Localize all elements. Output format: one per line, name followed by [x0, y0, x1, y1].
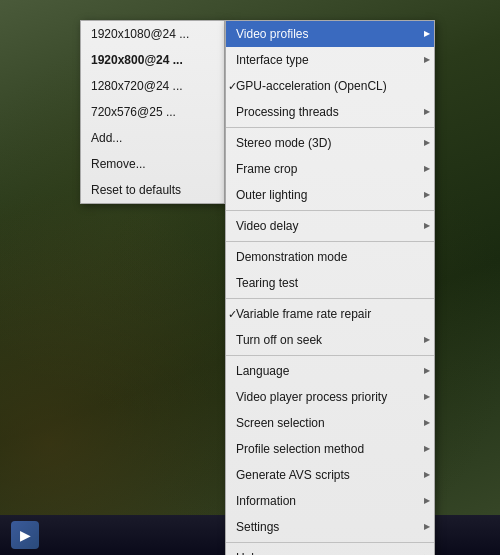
left-menu-item-profile-1920-800[interactable]: 1920x800@24 ... [81, 47, 224, 73]
menu-separator [226, 542, 434, 543]
taskbar-icon-media[interactable]: ▶ [11, 521, 39, 549]
right-menu-item-help[interactable]: Help [226, 545, 434, 555]
right-menu-item-processing-threads[interactable]: Processing threads [226, 99, 434, 125]
right-menu-item-stereo-mode[interactable]: Stereo mode (3D) [226, 130, 434, 156]
right-main-menu: Video profilesInterface typeGPU-accelera… [225, 20, 435, 555]
right-menu-item-screen-selection[interactable]: Screen selection [226, 410, 434, 436]
right-menu-item-frame-crop[interactable]: Frame crop [226, 156, 434, 182]
right-menu-item-interface-type[interactable]: Interface type [226, 47, 434, 73]
left-menu-item-profile-720-576[interactable]: 720x576@25 ... [81, 99, 224, 125]
right-menu-item-video-delay[interactable]: Video delay [226, 213, 434, 239]
right-menu-item-variable-frame-rate[interactable]: Variable frame rate repair [226, 301, 434, 327]
left-submenu-profiles: 1920x1080@24 ...1920x800@24 ...1280x720@… [80, 20, 225, 204]
left-menu-item-reset[interactable]: Reset to defaults [81, 177, 224, 203]
left-menu-item-add[interactable]: Add... [81, 125, 224, 151]
menu-separator [226, 241, 434, 242]
right-menu-item-information[interactable]: Information [226, 488, 434, 514]
right-menu-item-profile-selection-method[interactable]: Profile selection method [226, 436, 434, 462]
right-menu-item-tearing-test[interactable]: Tearing test [226, 270, 434, 296]
left-menu-item-profile-1280-720[interactable]: 1280x720@24 ... [81, 73, 224, 99]
right-menu-item-gpu-acceleration[interactable]: GPU-acceleration (OpenCL) [226, 73, 434, 99]
left-menu-item-remove[interactable]: Remove... [81, 151, 224, 177]
right-menu-item-demonstration-mode[interactable]: Demonstration mode [226, 244, 434, 270]
right-menu-item-video-player-priority[interactable]: Video player process priority [226, 384, 434, 410]
right-menu-item-video-profiles[interactable]: Video profiles [226, 21, 434, 47]
right-menu-item-generate-avs[interactable]: Generate AVS scripts [226, 462, 434, 488]
right-menu-item-outer-lighting[interactable]: Outer lighting [226, 182, 434, 208]
menu-separator [226, 210, 434, 211]
right-menu-item-turn-off-on-seek[interactable]: Turn off on seek [226, 327, 434, 353]
right-menu-item-settings[interactable]: Settings [226, 514, 434, 540]
right-menu-item-language[interactable]: Language [226, 358, 434, 384]
menu-separator [226, 355, 434, 356]
left-menu-item-profile-1920-1080[interactable]: 1920x1080@24 ... [81, 21, 224, 47]
menu-separator [226, 298, 434, 299]
menu-separator [226, 127, 434, 128]
